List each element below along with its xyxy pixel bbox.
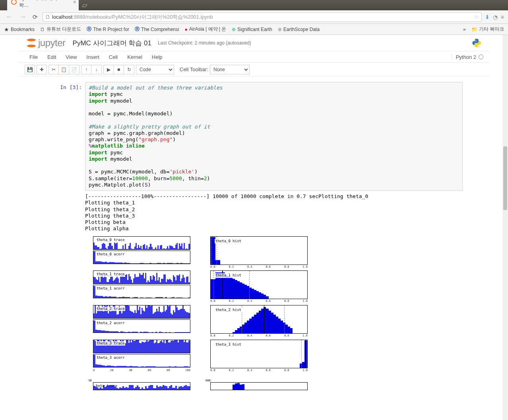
menu-insert[interactable]: Insert — [81, 52, 104, 62]
stop-button[interactable]: ■ — [114, 65, 124, 74]
back-button[interactable]: ← — [4, 13, 14, 21]
bookmarks-label[interactable]: ★Bookmarks — [4, 26, 35, 33]
menu-view[interactable]: View — [61, 52, 81, 62]
run-button[interactable]: ▶ — [103, 65, 114, 74]
theta3-trace-plot: 1.00.80.60.40.20.0 theta_3 trace — [93, 340, 190, 353]
browser-tab[interactable]: PyMC 사이그래머 학… × — [7, 0, 79, 10]
notebook-title[interactable]: PyMC 사이그래머 학습 01 — [73, 39, 151, 48]
r-icon: Ⓡ — [87, 26, 91, 33]
reload-button[interactable]: ⟳ — [31, 14, 39, 21]
cell-toolbar-label: Cell Toolbar: — [180, 66, 208, 72]
kernel-indicator: Python 2 — [452, 54, 483, 60]
page-icon: 🗋 — [45, 14, 50, 20]
theta1-hist-plot: 4003002001000 frequency theta_1 hist — [210, 270, 308, 299]
cell-toolbar-select[interactable]: None — [210, 65, 250, 74]
page-icon: 🗋 — [40, 27, 45, 32]
theta3-hist-plot: 2000150010005000 frequency theta_3 hist — [210, 340, 308, 368]
r-icon: Ⓡ — [135, 26, 140, 33]
folder-icon: 📁 — [471, 27, 477, 32]
theta2-trace-plot: 1.00.80.60.40.20.0 theta_2 trace — [93, 305, 190, 319]
output-text: [-----------------100%-----------------]… — [85, 191, 463, 393]
ext-icon-2[interactable]: ◔ — [493, 14, 498, 20]
kernel-status-icon — [479, 54, 483, 59]
theta2-acorr-plot: 1.00.50.0 theta_2 acorr — [93, 319, 190, 333]
checkpoint-status: Last Checkpoint: 2 minutes ago (autosave… — [158, 40, 251, 46]
beta-trace-plot: beta trace — [93, 382, 190, 390]
theta1-trace-plot: 1.00.80.60.40.20.0 theta_1 trace — [93, 270, 190, 284]
menu-help[interactable]: Help — [147, 52, 167, 62]
tab-title: PyMC 사이그래머 학… — [19, 0, 68, 9]
jupyter-logo-text: jupyter — [38, 37, 66, 49]
copy-button[interactable]: 📋 — [59, 65, 69, 74]
jupyter-logo-icon — [26, 38, 37, 48]
theta0-acorr-plot: 1.00.50.0 theta_0 acorr — [93, 251, 190, 264]
theta3-acorr-plot: 1.00.50.0 theta_3 acorr — [93, 354, 190, 368]
cut-button[interactable]: ✂ — [48, 65, 59, 74]
bookmark-item-3[interactable]: ●AirAsia | 예약 | 온 — [184, 26, 226, 33]
input-prompt: In [3]: — [45, 82, 85, 191]
add-cell-button[interactable]: ✚ — [37, 65, 47, 74]
menu-cell[interactable]: Cell — [104, 52, 122, 62]
menu-kernel[interactable]: Kernel — [122, 52, 147, 62]
extension-icons: ⬇ ◔ ≡ — [485, 14, 504, 20]
theta0-trace-plot: 1.00.80.60.40.20.0 theta_0 trace — [93, 236, 190, 250]
move-up-button[interactable]: ↑ — [81, 65, 91, 74]
url-input[interactable]: 🗋 localhost :8889/notebooks/PyMC%20사이그래머… — [43, 12, 482, 22]
cell-type-select[interactable]: Code — [136, 65, 174, 74]
url-host: localhost — [52, 14, 72, 20]
notebook-area: In [3]: #Build a model out of these thre… — [18, 76, 490, 405]
url-path: :8889/notebooks/PyMC%20사이그래머%20학습%2001.i… — [72, 14, 213, 21]
bookmark-folder[interactable]: 📁기타 북마크 — [471, 26, 504, 33]
jupyter-favicon — [11, 0, 17, 5]
svg-point-0 — [475, 39, 475, 40]
theta2-hist-plot: 4003002001000 frequency theta_2 hist — [210, 305, 308, 334]
bookmark-item-2[interactable]: ⓇThe Comprehensi — [135, 26, 179, 33]
theta1-acorr-plot: 1.00.50.0 theta_1 acorr — [93, 285, 190, 298]
menu-edit[interactable]: Edit — [43, 52, 61, 62]
menu-bar: File Edit View Insert Cell Kernel Help P… — [18, 51, 490, 63]
jupyter-header: jupyter PyMC 사이그래머 학습 01 Last Checkpoint… — [18, 35, 490, 51]
beta-hist-plot — [210, 382, 308, 390]
ext-icon-1[interactable]: ⬇ — [485, 14, 490, 20]
save-button[interactable]: 💾 — [25, 65, 35, 74]
bookmark-item-0[interactable]: 🗋유튜브 다운로드 — [40, 26, 81, 33]
jupyter-logo[interactable]: jupyter — [26, 37, 66, 49]
code-input[interactable]: #Build a model out of these three variab… — [85, 82, 463, 191]
bookmark-item-4[interactable]: ⊕Significant Earth — [232, 27, 272, 32]
bookmarks-overflow[interactable]: » — [463, 27, 466, 32]
star-icon: ★ — [4, 26, 9, 33]
browser-toolbar: ← → ⟳ 🗋 localhost :8889/notebooks/PyMC%2… — [0, 10, 508, 24]
globe-icon: ⊕ — [232, 27, 236, 32]
airasia-icon: ● — [184, 27, 187, 32]
scrollbar[interactable] — [502, 35, 508, 405]
python-icon — [471, 38, 482, 48]
scrollbar-thumb[interactable] — [503, 146, 507, 210]
bookmark-item-1[interactable]: ⓇThe R Project for — [87, 26, 129, 33]
toolbar: 💾 ✚ ✂ 📋 📄 ↑ ↓ ▶ ■ ↻ Code Cell Toolbar: N… — [18, 63, 490, 76]
svg-point-1 — [478, 46, 479, 47]
kernel-name: Python 2 — [456, 54, 476, 60]
bookmark-item-5[interactable]: ⊕EarthScope Data — [278, 27, 320, 32]
move-down-button[interactable]: ↓ — [91, 65, 102, 74]
code-cell[interactable]: In [3]: #Build a model out of these thre… — [45, 82, 463, 191]
output-area: [-----------------100%-----------------]… — [45, 191, 463, 393]
new-tab-button[interactable]: ▱ — [79, 0, 91, 10]
paste-button[interactable]: 📄 — [69, 65, 79, 74]
bookmarks-bar: ★Bookmarks 🗋유튜브 다운로드 ⓇThe R Project for … — [0, 24, 508, 35]
theta0-hist-plot: 2000150010005000 frequency theta_0 hist — [210, 236, 308, 265]
globe-icon: ⊕ — [278, 27, 282, 32]
browser-menu-icon[interactable]: ≡ — [501, 14, 504, 20]
forward-button[interactable]: → — [17, 13, 28, 21]
menu-file[interactable]: File — [25, 52, 43, 62]
plot-output: 1.00.80.60.40.20.0 theta_0 trace 1.00.50… — [85, 232, 463, 391]
close-tab-icon[interactable]: × — [73, 0, 76, 5]
browser-tab-strip: PyMC 사이그래머 학… × ▱ — [0, 0, 508, 10]
bookmark-star-icon[interactable]: ☆ — [474, 14, 479, 20]
restart-button[interactable]: ↻ — [124, 65, 134, 74]
